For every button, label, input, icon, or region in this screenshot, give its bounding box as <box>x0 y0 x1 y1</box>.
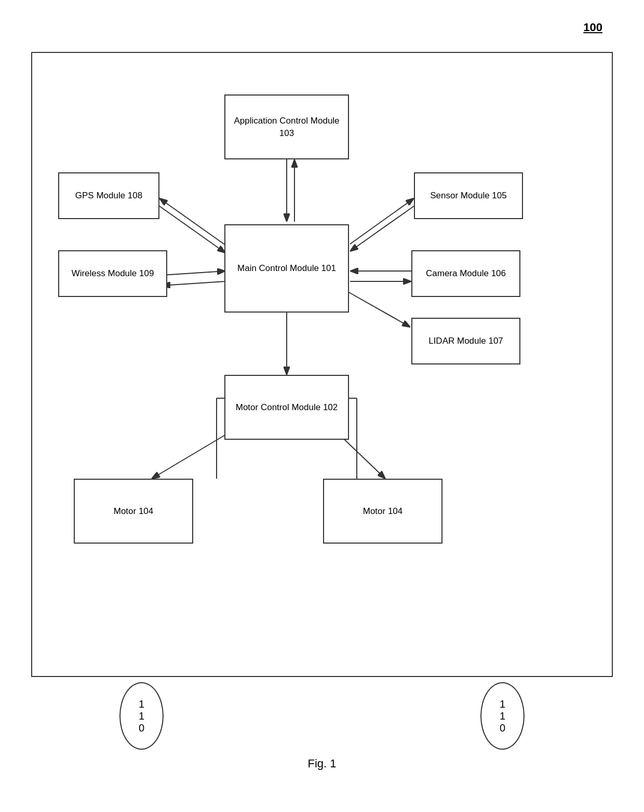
lidar-module: LIDAR Module 107 <box>411 318 520 364</box>
svg-line-8 <box>162 271 225 275</box>
svg-line-5 <box>159 198 225 245</box>
app-control-module: Application Control Module 103 <box>224 94 349 159</box>
motor-right: Motor 104 <box>323 479 442 544</box>
fig-label: Fig. 1 <box>307 757 336 770</box>
motor-left: Motor 104 <box>74 479 193 544</box>
svg-line-7 <box>350 198 414 244</box>
svg-line-12 <box>348 292 410 327</box>
svg-line-6 <box>350 206 414 251</box>
main-control-module: Main Control Module 101 <box>224 224 349 313</box>
wireless-module: Wireless Module 109 <box>58 250 167 297</box>
page-number: 100 <box>583 21 602 34</box>
sensor-module: Sensor Module 105 <box>414 172 523 219</box>
svg-line-4 <box>159 206 225 253</box>
svg-line-9 <box>162 281 225 286</box>
motor-control-module: Motor Control Module 102 <box>224 375 349 440</box>
camera-module: Camera Module 106 <box>411 250 520 297</box>
oval-left: 1 1 0 <box>119 682 164 750</box>
gps-module: GPS Module 108 <box>58 172 159 219</box>
diagram-container: Application Control Module 103 GPS Modul… <box>31 52 613 677</box>
oval-right: 1 1 0 <box>480 682 525 750</box>
